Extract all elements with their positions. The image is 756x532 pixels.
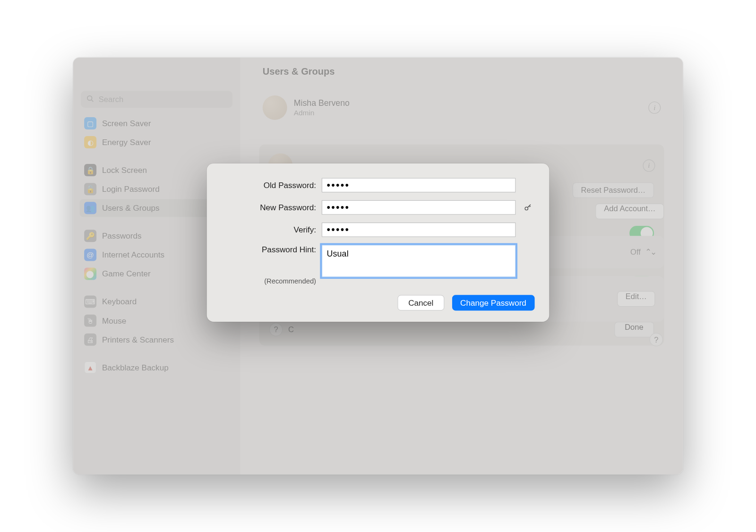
flame-icon: ▲ <box>84 361 96 374</box>
gamecenter-icon: ⬤ <box>84 268 96 280</box>
avatar <box>263 95 287 120</box>
bulb-icon: ◐ <box>84 136 96 148</box>
display-icon: ▢ <box>84 117 96 129</box>
sidebar-item-label: Mouse <box>102 316 126 325</box>
padlock-icon: 🔓 <box>84 183 96 195</box>
sidebar-item-label: Printers & Scanners <box>102 335 174 344</box>
password-hint-input[interactable] <box>322 245 516 277</box>
search-input[interactable]: Search <box>81 91 232 107</box>
sidebar-item-energy-saver[interactable]: ◐Energy Saver <box>80 133 234 151</box>
user-role: Admin <box>294 109 350 117</box>
sidebar-item-label: Backblaze Backup <box>102 363 169 372</box>
sidebar-item-screen-saver[interactable]: ▢Screen Saver <box>80 114 234 132</box>
keyboard-icon: ⌨ <box>84 296 96 308</box>
sidebar-item-label: Users & Groups <box>102 204 160 213</box>
sidebar-item-label: Screen Saver <box>102 119 151 128</box>
info-icon[interactable]: i <box>648 102 661 114</box>
old-password-label: Old Password: <box>221 180 316 189</box>
svg-point-0 <box>87 95 92 100</box>
sidebar-item-label: Energy Saver <box>102 138 151 147</box>
password-hint-sublabel: (Recommended) <box>221 277 316 285</box>
help-icon[interactable]: ? <box>650 333 663 346</box>
change-password-button[interactable]: Change Password <box>452 295 534 310</box>
sidebar-item-backblaze[interactable]: ▲Backblaze Backup <box>80 359 234 377</box>
search-icon <box>86 94 94 104</box>
cancel-button[interactable]: Cancel <box>398 295 444 310</box>
chevron-updown-icon[interactable]: ⌃⌄ <box>645 248 655 257</box>
key-icon: 🔑 <box>84 230 96 242</box>
info-icon[interactable]: i <box>643 160 655 172</box>
reset-password-button[interactable]: Reset Password… <box>573 182 654 198</box>
user-name: Misha Berveno <box>294 98 350 108</box>
password-assistant-key-icon[interactable] <box>521 203 534 212</box>
mouse-icon: 🖱 <box>84 315 96 327</box>
system-settings-window: Search ▢Screen Saver ◐Energy Saver 🔒Lock… <box>73 58 683 475</box>
edit-button[interactable]: Edit… <box>617 291 655 307</box>
svg-line-1 <box>92 100 94 102</box>
old-password-input[interactable] <box>322 178 516 193</box>
new-password-label: New Password: <box>221 203 316 212</box>
search-placeholder: Search <box>99 95 123 104</box>
verify-password-label: Verify: <box>221 225 316 234</box>
sidebar-item-label: Passwords <box>102 232 142 240</box>
page-title: Users & Groups <box>263 67 335 78</box>
sidebar-item-label: Lock Screen <box>102 166 147 175</box>
help-icon[interactable]: ? <box>269 323 283 336</box>
people-icon: 👥 <box>84 202 96 214</box>
sidebar-item-label: Keyboard <box>102 297 137 306</box>
done-button[interactable]: Done <box>614 322 654 337</box>
printer-icon: 🖨 <box>84 334 96 346</box>
change-password-dialog: Old Password: New Password: Verify: Pass… <box>207 163 550 322</box>
password-hint-label: Password Hint: <box>221 245 316 254</box>
sidebar-item-label: Game Center <box>102 269 151 278</box>
add-account-button[interactable]: Add Account… <box>596 204 664 219</box>
off-value: Off <box>630 248 641 257</box>
verify-password-input[interactable] <box>322 223 516 237</box>
sidebar-item-printers-scanners[interactable]: 🖨Printers & Scanners <box>80 331 234 349</box>
sidebar-item-label: Login Password <box>102 185 160 194</box>
sidebar-item-label: Internet Accounts <box>102 250 164 259</box>
at-icon: @ <box>84 249 96 261</box>
current-user-row: Misha Berveno Admin i <box>259 91 664 124</box>
lock-icon: 🔒 <box>84 164 96 176</box>
svg-point-2 <box>525 207 528 210</box>
new-password-input[interactable] <box>322 200 516 215</box>
